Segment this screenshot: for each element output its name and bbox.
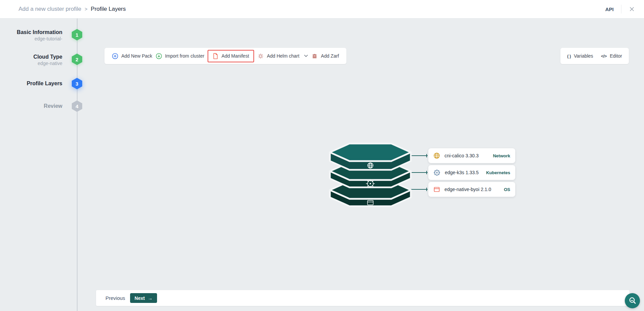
step-label: Cloud Type — [0, 54, 62, 60]
layer-type-badge: Kubernetes — [486, 170, 510, 175]
circle-download-icon — [156, 53, 162, 59]
next-button[interactable]: Next → — [130, 293, 157, 303]
step-label: Profile Layers — [0, 80, 62, 87]
helm-wheel-icon — [257, 53, 264, 59]
layer-card-list: cni-calico 3.30.3 Network edge-k3s 1.33.… — [428, 148, 515, 199]
layer-name: cni-calico 3.30.3 — [444, 153, 479, 158]
arrow-right-icon: → — [148, 295, 153, 301]
step-number-badge: 1 — [72, 29, 82, 40]
globe-icon — [433, 152, 440, 159]
circle-plus-icon — [112, 53, 118, 59]
layer-card-os[interactable]: edge-native-byoi 2.1.0 OS — [428, 182, 515, 197]
add-new-pack-label: Add New Pack — [121, 53, 152, 59]
breadcrumb-separator: > — [85, 6, 87, 12]
add-manifest-highlight-box: Add Manifest — [208, 50, 254, 62]
api-button[interactable]: API — [605, 6, 614, 12]
layer-type-badge: Network — [493, 153, 510, 158]
chevron-down-icon — [304, 55, 308, 57]
variables-button[interactable]: ( ) Variables — [567, 53, 593, 59]
editor-toolbar: ( ) Variables </> Editor — [560, 48, 629, 64]
os-window-icon — [433, 186, 440, 193]
connector-os-tick — [426, 188, 427, 191]
add-zarf-button[interactable]: Add Zarf — [311, 53, 339, 59]
header-divider — [621, 5, 621, 13]
header-actions: API — [605, 5, 635, 13]
step-label: Basic Information — [0, 29, 62, 36]
previous-button[interactable]: Previous — [105, 295, 125, 301]
manifest-file-icon — [213, 53, 218, 59]
close-icon — [629, 6, 635, 12]
editor-button[interactable]: </> Editor — [601, 53, 622, 59]
add-manifest-button[interactable]: Add Manifest — [213, 53, 249, 59]
layer-type-badge: OS — [504, 187, 510, 192]
step-sublabel: edge-tutorial- — [0, 36, 62, 42]
search-smile-icon — [628, 297, 637, 305]
close-button[interactable] — [629, 6, 635, 12]
step-label: Review — [0, 103, 62, 110]
add-helm-chart-button[interactable]: Add Helm chart — [257, 53, 308, 59]
breadcrumb-current: Profile Layers — [91, 6, 126, 12]
next-button-label: Next — [134, 296, 145, 301]
zarf-package-icon — [311, 53, 318, 59]
layer-actions-toolbar: Add New Pack Import from cluster Add Man… — [104, 48, 346, 64]
stack-kubernetes-icon — [366, 180, 375, 188]
layer-name: edge-native-byoi 2.1.0 — [444, 187, 491, 192]
code-icon: </> — [601, 54, 607, 59]
header: Add a new cluster profile > Profile Laye… — [0, 0, 644, 19]
profile-layer-stack-graphic — [329, 142, 416, 208]
braces-icon: ( ) — [567, 54, 571, 59]
step-sublabel: edge-native — [0, 60, 62, 67]
import-from-cluster-label: Import from cluster — [165, 53, 205, 59]
layer-card-kubernetes[interactable]: edge-k3s 1.33.5 Kubernetes — [428, 165, 515, 180]
breadcrumb-parent[interactable]: Add a new cluster profile — [19, 6, 81, 12]
add-zarf-label: Add Zarf — [321, 53, 339, 59]
footer-bar: Previous Next → — [96, 290, 630, 306]
layer-name: edge-k3s 1.33.5 — [445, 170, 479, 175]
step-number-badge: 3 — [72, 78, 82, 89]
import-from-cluster-button[interactable]: Import from cluster — [156, 53, 205, 59]
step-number-badge: 2 — [72, 54, 82, 65]
search-help-fab[interactable] — [625, 293, 640, 308]
add-manifest-label: Add Manifest — [221, 53, 249, 59]
add-new-pack-button[interactable]: Add New Pack — [112, 53, 152, 59]
add-cluster-profile-wizard: Add a new cluster profile > Profile Laye… — [0, 0, 644, 311]
kubernetes-icon — [433, 169, 440, 176]
editor-label: Editor — [610, 53, 622, 59]
connector-kubernetes-tick — [426, 171, 427, 174]
step-number-badge: 4 — [72, 100, 82, 112]
connector-network-tick — [426, 154, 427, 157]
add-helm-chart-label: Add Helm chart — [267, 53, 299, 59]
layer-card-network[interactable]: cni-calico 3.30.3 Network — [428, 148, 515, 163]
variables-label: Variables — [574, 53, 593, 59]
